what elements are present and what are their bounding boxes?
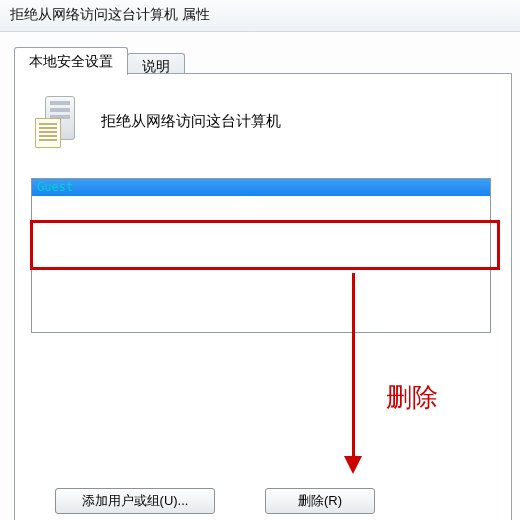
button-label: 删除(R) <box>298 493 342 508</box>
button-row: 添加用户或组(U)... 删除(R) <box>55 488 375 514</box>
window-titlebar[interactable]: 拒绝从网络访问这台计算机 属性 <box>0 0 520 32</box>
tab-strip: 本地安全设置 说明 <box>14 44 510 74</box>
tab-label: 本地安全设置 <box>29 53 113 69</box>
remove-button[interactable]: 删除(R) <box>265 488 375 514</box>
policy-title: 拒绝从网络访问这台计算机 <box>101 112 281 131</box>
add-user-button[interactable]: 添加用户或组(U)... <box>55 488 215 514</box>
button-label: 添加用户或组(U)... <box>82 493 189 508</box>
tab-label: 说明 <box>142 59 170 74</box>
client-area: 本地安全设置 说明 拒绝从网络访问这台计算机 Guest <box>0 32 520 520</box>
tab-panel: 拒绝从网络访问这台计算机 Guest 添加用户或组(U)... 删除(R) <box>14 73 512 520</box>
window-title: 拒绝从网络访问这台计算机 属性 <box>10 6 210 22</box>
tab-local-security[interactable]: 本地安全设置 <box>14 47 128 75</box>
properties-dialog: 拒绝从网络访问这台计算机 属性 本地安全设置 说明 拒绝从网络访问这台计算机 G… <box>0 0 520 520</box>
policy-icon <box>35 94 87 148</box>
list-item[interactable]: Guest <box>32 179 490 196</box>
list-item-label: Guest <box>37 180 73 194</box>
policy-header: 拒绝从网络访问这台计算机 <box>35 94 497 148</box>
users-listbox[interactable]: Guest <box>31 178 491 333</box>
